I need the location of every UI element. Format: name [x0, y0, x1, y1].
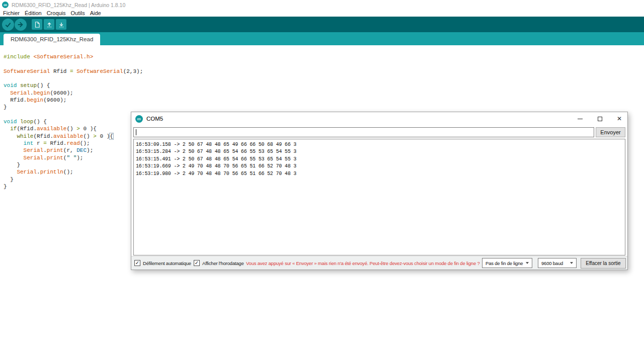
autoscroll-label: Défilement automatique: [143, 256, 191, 270]
line-ending-select[interactable]: Pas de fin de ligne: [482, 258, 532, 268]
arrow-down-tray-icon: [58, 21, 65, 28]
close-icon: ✕: [617, 116, 622, 122]
maximize-icon: [598, 117, 602, 121]
send-button[interactable]: Envoyer: [596, 127, 625, 137]
toolbar: [0, 17, 644, 32]
serial-monitor-title: COM5: [146, 116, 163, 122]
tab-sketch[interactable]: RDM6300_RFID_125Khz_Read: [4, 34, 100, 45]
serial-output-line: 16:53:15.491 -> 2 50 67 48 48 65 54 66 5…: [136, 156, 625, 163]
arduino-logo-icon: ∞: [2, 2, 9, 8]
code-line: [4, 75, 644, 82]
serial-output-line: 16:53:09.158 -> 2 50 67 48 48 65 49 66 6…: [136, 141, 625, 148]
minimize-icon: [578, 119, 583, 119]
baud-value: 9600 baud: [541, 260, 563, 266]
timestamp-label: Afficher l'horodatage: [202, 256, 244, 270]
new-sketch-button[interactable]: [32, 19, 42, 30]
code-line: void setup() {: [4, 82, 644, 89]
maximize-button[interactable]: [597, 116, 603, 122]
send-warning-text: Vous avez appuyé sur « Envoyer » mais ri…: [246, 256, 480, 270]
serial-output-line: 16:53:19.980 -> 2 49 70 48 48 70 56 65 5…: [136, 170, 625, 178]
code-line: #include <SoftwareSerial.h>: [4, 53, 644, 60]
titlebar: ∞ RDM6300_RFID_125Khz_Read | Arduino 1.8…: [0, 0, 644, 10]
close-button[interactable]: ✕: [616, 116, 622, 122]
serial-output[interactable]: 16:53:09.158 -> 2 50 67 48 48 65 49 66 6…: [133, 139, 625, 255]
serial-output-line: 16:53:19.669 -> 2 49 70 48 48 70 56 65 5…: [136, 163, 625, 170]
timestamp-checkbox[interactable]: ✓: [194, 260, 200, 266]
arduino-ide-window: ∞ RDM6300_RFID_125Khz_Read | Arduino 1.8…: [0, 0, 644, 348]
code-line: Serial.begin(9600);: [4, 90, 644, 97]
window-title: RDM6300_RFID_125Khz_Read | Arduino 1.8.1…: [12, 2, 125, 8]
chevron-down-icon: [570, 262, 573, 264]
text-caret: [136, 129, 136, 135]
check-icon: [4, 21, 12, 29]
tabstrip: RDM6300_RFID_125Khz_Read: [0, 32, 644, 45]
menu-croquis[interactable]: Croquis: [44, 10, 68, 16]
upload-button[interactable]: [15, 19, 27, 31]
code-line: Rfid.begin(9600);: [4, 97, 644, 104]
serial-input-wrap: [133, 127, 594, 137]
verify-button[interactable]: [2, 19, 14, 31]
serial-input-row: Envoyer: [133, 127, 625, 137]
menu-edition[interactable]: Édition: [22, 10, 44, 16]
open-sketch-button[interactable]: [44, 19, 54, 30]
menu-aide[interactable]: Aide: [88, 10, 104, 16]
serial-monitor-bottom-bar: ✓ Défilement automatique ✓ Afficher l'ho…: [131, 256, 627, 270]
minimize-button[interactable]: [577, 116, 583, 122]
arrow-right-icon: [17, 21, 25, 29]
clear-output-button[interactable]: Effacer la sortie: [581, 258, 626, 269]
window-controls: ✕: [577, 112, 622, 125]
serial-monitor-titlebar[interactable]: ∞ COM5 ✕: [131, 112, 627, 125]
serial-input[interactable]: [133, 127, 594, 137]
line-ending-value: Pas de fin de ligne: [486, 260, 523, 266]
chevron-down-icon: [526, 262, 529, 264]
autoscroll-checkbox[interactable]: ✓: [134, 260, 140, 266]
menu-fichier[interactable]: Fichier: [1, 10, 22, 16]
code-line: }: [4, 104, 644, 111]
arduino-logo-icon: ∞: [135, 115, 143, 123]
baud-select[interactable]: 9600 baud: [538, 258, 577, 268]
code-line: [4, 60, 644, 67]
menu-outils[interactable]: Outils: [68, 10, 88, 16]
menubar: FichierÉditionCroquisOutilsAide: [0, 10, 644, 17]
save-sketch-button[interactable]: [56, 19, 66, 30]
new-document-icon: [34, 21, 41, 28]
code-line: SoftwareSerial Rfid = SoftwareSerial(2,3…: [4, 68, 644, 75]
serial-output-line: 16:53:15.284 -> 2 50 67 48 48 65 54 66 5…: [136, 148, 625, 155]
arrow-up-tray-icon: [46, 21, 53, 28]
serial-monitor-window: ∞ COM5 ✕ Envoyer 16:53:09.158 -> 2 50 67…: [131, 112, 628, 270]
